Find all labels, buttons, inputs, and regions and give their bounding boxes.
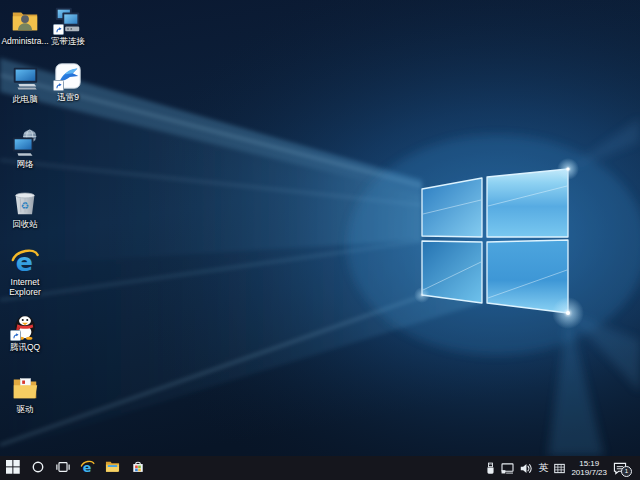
microsoft-store-bag-icon — [131, 460, 145, 477]
computer-icon — [10, 63, 40, 93]
network-globe-icon — [10, 128, 40, 158]
task-view-button[interactable] — [50, 456, 75, 480]
user-folder-icon — [10, 5, 40, 35]
taskbar: e — [0, 456, 640, 480]
desktop-icon-thunder9[interactable]: 迅雷9 — [43, 61, 93, 102]
desktop-icon-network[interactable]: 网络 — [0, 128, 50, 169]
driver-folder-icon — [10, 373, 40, 403]
ime-keyboard-icon[interactable] — [554, 463, 565, 474]
task-view-icon — [56, 460, 70, 477]
internet-explorer-icon: e — [10, 246, 40, 276]
system-tray: 英 15:19 2019/7/23 — [486, 459, 640, 477]
recycle-bin-icon: ♻ — [10, 188, 40, 218]
internet-explorer-icon: e — [80, 459, 95, 477]
desktop-icon-broadband[interactable]: 宽带连接 — [43, 5, 93, 46]
action-center-button[interactable]: 1 — [613, 462, 627, 475]
shortcut-arrow-overlay — [53, 24, 64, 35]
taskbar-file-explorer[interactable] — [100, 456, 125, 480]
thunder-bird-icon — [53, 61, 83, 91]
cortana-search-button[interactable] — [25, 456, 50, 480]
svg-text:♻: ♻ — [21, 200, 29, 211]
icon-label: 驱动 — [17, 404, 34, 414]
taskbar-clock[interactable]: 15:19 2019/7/23 — [571, 459, 607, 477]
windows-logo-icon — [6, 460, 20, 477]
desktop-icon-recycle-bin[interactable]: ♻ 回收站 — [0, 188, 50, 229]
file-explorer-folder-icon — [105, 459, 120, 477]
icon-label: 网络 — [17, 159, 34, 169]
cortana-circle-icon — [31, 460, 45, 477]
clock-time: 15:19 — [571, 459, 607, 468]
icon-label: 宽带连接 — [51, 36, 85, 46]
start-button[interactable] — [0, 456, 25, 480]
desktop-icon-internet-explorer[interactable]: e Internet Explorer — [0, 246, 50, 297]
icon-label: 此电脑 — [12, 94, 38, 104]
shortcut-arrow-overlay — [53, 80, 64, 91]
shortcut-arrow-overlay — [10, 330, 21, 341]
icon-label: Internet Explorer — [0, 277, 50, 297]
desktop-icon-driver[interactable]: 驱动 — [0, 373, 50, 414]
icon-label: Administra... — [1, 36, 48, 46]
wallpaper-windows-hero — [0, 0, 640, 456]
clock-date: 2019/7/23 — [571, 468, 607, 477]
taskbar-internet-explorer[interactable]: e — [75, 456, 100, 480]
notification-count-badge: 1 — [621, 466, 632, 477]
desktop: Administra... — [0, 0, 640, 480]
icon-label: 回收站 — [12, 219, 38, 229]
icon-label: 迅雷9 — [57, 92, 79, 102]
qq-penguin-icon — [10, 311, 40, 341]
ime-language-indicator[interactable]: 英 — [538, 463, 548, 473]
broadband-icon — [53, 5, 83, 35]
volume-icon[interactable] — [520, 463, 532, 474]
icon-label: 腾讯QQ — [10, 342, 40, 352]
usb-device-icon[interactable] — [486, 462, 495, 475]
taskbar-microsoft-store[interactable] — [125, 456, 150, 480]
desktop-icon-tencent-qq[interactable]: 腾讯QQ — [0, 311, 50, 352]
network-ethernet-icon[interactable] — [501, 463, 514, 474]
